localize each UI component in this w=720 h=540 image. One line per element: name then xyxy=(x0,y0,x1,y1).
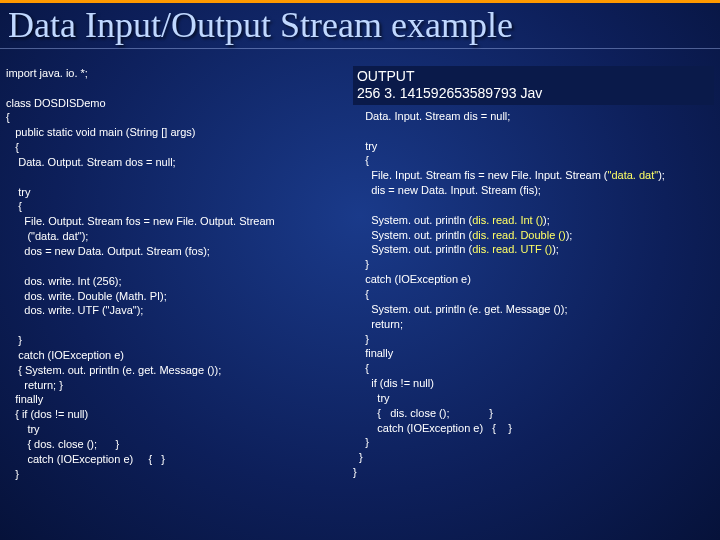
line: } xyxy=(353,466,357,478)
line: ); xyxy=(566,229,573,241)
highlight: dis. read. Double () xyxy=(472,229,566,241)
line: File. Output. Stream fos = new File. Out… xyxy=(6,215,275,227)
line: ); xyxy=(658,169,665,181)
line: } xyxy=(353,333,369,345)
line: { xyxy=(353,288,369,300)
line: { dos. close (); } xyxy=(6,438,119,450)
line: } xyxy=(6,468,19,480)
line: dos. write. Double (Math. PI); xyxy=(6,290,167,302)
line: import java. io. *; xyxy=(6,67,88,79)
line: catch (IOException e) xyxy=(353,273,471,285)
code-left: import java. io. *; class DOSDISDemo { p… xyxy=(6,51,353,537)
line: } xyxy=(353,258,369,270)
columns: import java. io. *; class DOSDISDemo { p… xyxy=(0,51,720,540)
highlight: dis. read. UTF () xyxy=(472,243,552,255)
highlight: dis. read. Int () xyxy=(472,214,543,226)
line: } xyxy=(353,451,363,463)
line: catch (IOException e) { } xyxy=(6,453,165,465)
line: catch (IOException e) xyxy=(6,349,124,361)
line: } xyxy=(6,334,22,346)
line: finally xyxy=(6,393,43,405)
output-label: OUTPUT xyxy=(357,68,415,84)
line: public static void main (String [] args) xyxy=(6,126,196,138)
line: Data. Input. Stream dis = null; xyxy=(353,110,510,122)
line: dos. write. UTF ("Java"); xyxy=(6,304,143,316)
output-box: OUTPUT 256 3. 141592653589793 Jav xyxy=(353,66,714,105)
line: class DOSDISDemo xyxy=(6,97,106,109)
line: try xyxy=(353,140,377,152)
line: ("data. dat"); xyxy=(6,230,88,242)
line: Data. Output. Stream dos = null; xyxy=(6,156,176,168)
line: catch (IOException e) { } xyxy=(353,422,512,434)
line: { dis. close (); } xyxy=(353,407,493,419)
line: { xyxy=(6,111,10,123)
line: { xyxy=(353,362,369,374)
slide-title: Data Input/Output Stream example xyxy=(0,0,720,49)
output-line: 256 3. 141592653589793 Jav xyxy=(357,85,542,101)
line: System. out. println ( xyxy=(353,243,472,255)
line: System. out. println ( xyxy=(353,229,472,241)
line: File. Input. Stream fis = new File. Inpu… xyxy=(353,169,608,181)
line: try xyxy=(6,423,40,435)
line: dos. write. Int (256); xyxy=(6,275,122,287)
line: { xyxy=(6,200,22,212)
code-right: OUTPUT 256 3. 141592653589793 Jav Data. … xyxy=(353,51,714,537)
line: System. out. println ( xyxy=(353,214,472,226)
line: dis = new Data. Input. Stream (fis); xyxy=(353,184,541,196)
accent-bar xyxy=(0,0,720,3)
line: } xyxy=(353,436,369,448)
line: System. out. println (e. get. Message ()… xyxy=(353,303,568,315)
line: try xyxy=(353,392,390,404)
line: { System. out. println (e. get. Message … xyxy=(6,364,221,376)
line: { xyxy=(6,141,19,153)
highlight: "data. dat" xyxy=(608,169,659,181)
line: return; xyxy=(353,318,403,330)
line: finally xyxy=(353,347,393,359)
line: if (dis != null) xyxy=(353,377,434,389)
line: return; } xyxy=(6,379,63,391)
line: ); xyxy=(543,214,550,226)
line: { xyxy=(353,154,369,166)
line: try xyxy=(6,186,30,198)
line: { if (dos != null) xyxy=(6,408,88,420)
line: ); xyxy=(552,243,559,255)
line: dos = new Data. Output. Stream (fos); xyxy=(6,245,210,257)
